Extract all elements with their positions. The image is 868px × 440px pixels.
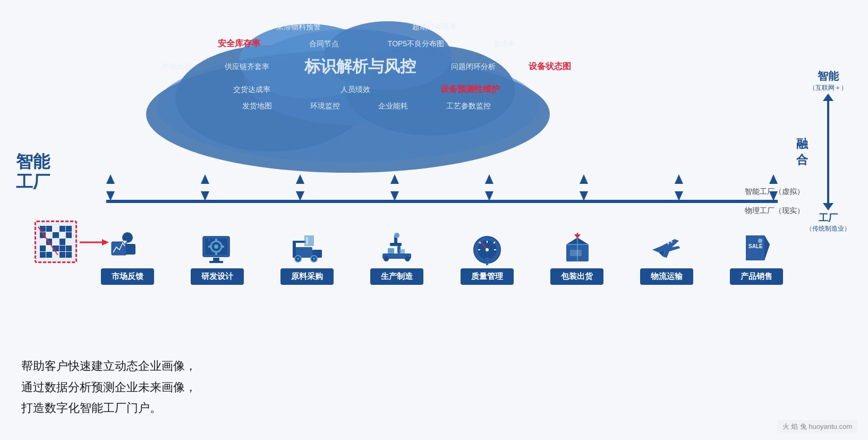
- process-item-logistics: 物流运输: [640, 229, 693, 285]
- svg-text:!: !: [750, 251, 751, 256]
- cloud-env-monitor: 环境监控: [307, 100, 343, 112]
- cloud-pass-rate: 直通率: [490, 38, 518, 50]
- arrow-pairs: [106, 174, 778, 201]
- svg-point-64: [758, 239, 762, 243]
- bottom-text: 帮助客户快速建立动态企业画像， 通过数据分析预测企业未来画像， 打造数字化智能工…: [21, 356, 197, 419]
- physical-factory-label: 物理工厂（现实）: [745, 201, 804, 220]
- svg-rect-33: [306, 237, 308, 244]
- svg-rect-41: [388, 248, 394, 253]
- svg-point-51: [486, 248, 489, 251]
- rnd-label: 研发设计: [191, 268, 244, 285]
- procurement-label: 原料采购: [280, 268, 334, 285]
- arrow-up: [390, 174, 399, 184]
- process-item-procurement: 原料采购: [280, 229, 334, 285]
- arrow-up: [580, 174, 588, 184]
- cloud-process-monitor: 工艺参数监控: [443, 100, 494, 112]
- arrow-up: [201, 174, 209, 184]
- cloud-energy: 企业能耗: [375, 100, 411, 112]
- market-icon: [106, 229, 149, 268]
- cloud-supply-chain: 供应链齐套率: [222, 61, 273, 73]
- arrow-down: [675, 191, 683, 201]
- arrow-pair-3: [296, 174, 304, 201]
- svg-rect-38: [390, 243, 402, 246]
- scale-top-sub: （互联网＋）: [809, 83, 847, 92]
- packaging-label: 包装出货: [550, 268, 603, 285]
- arrow-down: [201, 191, 209, 201]
- svg-point-62: [667, 242, 669, 244]
- scale-arrow: [827, 99, 829, 205]
- cloud-contract-node: 合同节点: [306, 38, 342, 50]
- sales-icon: SALE !: [735, 229, 778, 268]
- arrow-up: [675, 174, 683, 184]
- scale-container: 智能 （互联网＋） 融合 工厂 （传统制造业）: [799, 69, 857, 233]
- cloud-predictive-maint: 设备预测性维护: [437, 83, 503, 96]
- svg-rect-23: [209, 261, 223, 263]
- arrow-down: [106, 191, 115, 201]
- quality-icon: [466, 229, 508, 268]
- svg-rect-26: [293, 241, 306, 243]
- production-icon: [376, 229, 418, 268]
- svg-rect-53: [486, 259, 488, 265]
- process-item-packaging: 包装出货: [550, 229, 603, 285]
- arrow-pair-4: [390, 174, 399, 201]
- scale-top-label: 智能: [818, 70, 839, 82]
- cloud-shipment-map: 发货地图: [239, 100, 275, 112]
- arrow-up: [106, 174, 115, 184]
- svg-point-36: [405, 256, 410, 261]
- cloud-capacity: 产能负荷: [159, 61, 195, 73]
- qr-code: [35, 221, 77, 263]
- virtual-factory-label: 智能工厂（虚拟）: [745, 182, 804, 201]
- svg-text:SALE: SALE: [748, 243, 763, 249]
- procurement-icon: [286, 229, 328, 268]
- cloud-top5: TOP5不良分布图: [385, 38, 447, 50]
- bottom-line-2: 通过数据分析预测企业未来画像，: [21, 377, 197, 398]
- cloud-content: 呆滞物料预警 超期订单预警 安全库存率 合同节点 TOP5不良分布图 直通率 产…: [159, 21, 574, 114]
- svg-rect-20: [221, 246, 224, 248]
- rnd-icon: [196, 229, 239, 268]
- process-row: 市场反馈 研发设计: [101, 229, 783, 285]
- right-labels: 智能工厂（虚拟） 物理工厂（现实）: [745, 182, 804, 221]
- svg-point-40: [394, 233, 399, 238]
- process-item-production: 生产制造: [370, 229, 423, 285]
- svg-point-31: [313, 258, 315, 260]
- svg-rect-32: [304, 235, 314, 246]
- sales-label: 产品销售: [730, 268, 783, 285]
- bottom-line-3: 打造数字化智能工厂门户。: [21, 397, 197, 419]
- cloud-personnel: 人员绩效: [337, 84, 373, 96]
- svg-rect-18: [215, 252, 217, 255]
- cloud-item-1: 呆滞物料预警: [273, 21, 324, 33]
- process-item-sales: SALE ! 产品销售: [730, 229, 783, 285]
- svg-rect-17: [215, 239, 217, 242]
- svg-rect-22: [213, 258, 219, 261]
- quality-label: 质量管理: [461, 268, 514, 285]
- svg-rect-25: [293, 242, 296, 258]
- smart-factory-label: 智能 工厂: [16, 151, 50, 192]
- arrow-up: [485, 174, 493, 184]
- svg-point-63: [670, 241, 673, 243]
- cloud-problem-loop: 问题闭环分析: [448, 61, 499, 73]
- svg-point-35: [384, 256, 389, 261]
- svg-rect-42: [399, 249, 405, 253]
- bottom-line-1: 帮助客户快速建立动态企业画像，: [21, 356, 197, 377]
- process-item-quality: 质量管理: [461, 229, 514, 285]
- svg-marker-61: [574, 234, 581, 239]
- process-item-rnd: 研发设计: [191, 229, 244, 285]
- arrow-down: [296, 191, 304, 201]
- logistics-label: 物流运输: [640, 268, 693, 285]
- logistics-icon: [645, 229, 688, 268]
- packaging-icon: [556, 229, 598, 268]
- cloud-delivery-rate: 交货达成率: [230, 84, 274, 96]
- arrow-down: [485, 191, 493, 201]
- svg-rect-21: [208, 239, 210, 241]
- cloud-item-2: 超期订单预警: [409, 21, 460, 33]
- cloud-safety-stock: 安全库存率: [215, 37, 263, 50]
- scale-bottom-label: 工厂: [819, 213, 838, 223]
- arrow-down: [580, 191, 588, 201]
- watermark: 火 焰 兔 huoyantu.com: [777, 420, 858, 434]
- scale-bottom-sub: （传统制造业）: [806, 224, 850, 233]
- svg-rect-59: [570, 250, 582, 256]
- arrow-pair-6: [580, 174, 588, 201]
- arrow-pair-7: [675, 174, 683, 201]
- svg-rect-11: [112, 242, 126, 255]
- arrow-pair-5: [485, 174, 493, 201]
